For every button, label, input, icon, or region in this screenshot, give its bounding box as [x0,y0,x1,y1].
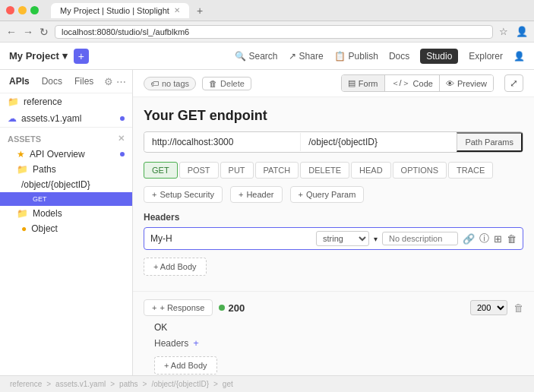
info-icon-button[interactable]: ⓘ [479,232,489,245]
search-link[interactable]: 🔍 Search [235,51,278,62]
maximize-traffic-light[interactable] [30,6,39,14]
sidebar-item-paths[interactable]: 📁 Paths [0,162,132,177]
studio-link[interactable]: Studio [420,49,458,64]
tag-icon: 🏷 [150,79,159,88]
minimize-traffic-light[interactable] [18,6,27,14]
type-select[interactable]: string integer boolean [316,231,369,246]
add-response-header-button[interactable]: + [193,337,199,349]
explorer-link[interactable]: Explorer [469,51,503,62]
delete-label: Delete [220,79,245,88]
response-code: 200 [219,302,245,314]
no-tags-button[interactable]: 🏷 no tags [144,77,196,90]
browser-tab[interactable]: My Project | Studio | Stoplight ✕ [51,3,189,18]
breadcrumb-get[interactable]: get [223,380,233,388]
refresh-button[interactable]: ↻ [39,26,49,38]
project-dropdown-icon[interactable]: ▾ [62,50,68,62]
breadcrumb-paths[interactable]: paths [119,380,137,388]
form-view-button[interactable]: ▤ Form [342,75,385,91]
response-delete-button[interactable]: 🗑 [513,302,523,314]
forward-button[interactable]: → [23,26,33,38]
models-label: Models [33,208,62,219]
code-view-button[interactable]: ＜/＞ Code [385,75,440,91]
main-content: 🏷 no tags 🗑 Delete ▤ Form ＜/＞ Code 👁 Pre [133,70,534,375]
sidebar-item-get[interactable]: GET [0,192,132,206]
object-circle-icon: ● [21,223,27,234]
sidebar-item-assets[interactable]: ☁ assets.v1.yaml [0,110,132,127]
plus-query-icon: + [299,190,303,199]
method-options[interactable]: OPTIONS [393,162,447,179]
assets-section-close-icon[interactable]: ✕ [118,134,125,144]
sidebar-tab-files[interactable]: Files [71,74,96,88]
grid-icon-button[interactable]: ⊞ [494,233,502,245]
breadcrumb-reference[interactable]: reference [10,380,42,388]
sidebar-item-models[interactable]: 📁 Models [0,206,132,221]
preview-view-button[interactable]: 👁 Preview [440,75,493,91]
app-header: My Project ▾ + 🔍 Search ↗ Share 📋 Publis… [0,43,534,70]
setup-security-button[interactable]: + Setup Security [144,186,223,203]
breadcrumb-object[interactable]: /object/{objectID} [151,380,209,388]
publish-icon: 📋 [334,51,346,62]
sidebar-item-reference[interactable]: 📁 reference [0,93,132,110]
traffic-lights [6,6,39,14]
sidebar-item-object-model[interactable]: ● Object [0,221,132,236]
add-body-button[interactable]: + Add Body [144,258,207,276]
tab-close-icon[interactable]: ✕ [174,6,180,14]
response-header: + + Response 200 200 201 400 404 500 🗑 [144,299,523,316]
description-input[interactable] [382,232,458,245]
address-bar[interactable]: localhost:8080/studio/sl_/aufblkm6 [55,25,493,39]
project-title: My Project [9,50,59,62]
publish-label: Publish [349,51,378,62]
response-headers-row: Headers + [154,337,513,349]
add-header-button[interactable]: + Header [230,186,283,203]
back-button[interactable]: ← [6,26,17,38]
path-params-button[interactable]: Path Params [457,132,523,152]
star-nav-icon[interactable]: ☆ [499,26,508,37]
method-get[interactable]: GET [144,162,178,179]
response-code-select[interactable]: 200 201 400 404 500 [470,300,507,315]
header-right: 🔍 Search ↗ Share 📋 Publish Docs Studio E… [235,49,525,64]
method-trace[interactable]: TRACE [448,162,493,179]
publish-link[interactable]: 📋 Publish [334,51,378,62]
delete-header-button[interactable]: 🗑 [507,233,517,245]
sidebar-tab-docs[interactable]: Docs [39,74,65,88]
add-response-body-button[interactable]: + Add Body [154,356,217,375]
docs-link[interactable]: Docs [389,51,409,62]
url-bar: Path Params [144,131,523,153]
form-icon: ▤ [348,78,355,88]
method-delete[interactable]: DELETE [300,162,349,179]
user-nav-icon[interactable]: 👤 [516,26,528,37]
sidebar-item-object[interactable]: /object/{objectID} [0,177,132,192]
method-patch[interactable]: PATCH [255,162,299,179]
header-name-input[interactable] [150,233,311,244]
search-label: Search [249,51,278,62]
endpoint-title: Your GET endpoint [144,108,523,124]
delete-button[interactable]: 🗑 Delete [202,77,251,90]
method-head[interactable]: HEAD [351,162,391,179]
sidebar-item-api-overview[interactable]: ★ API Overview [0,147,132,162]
get-badge: GET [29,194,51,204]
url-input[interactable] [144,133,300,151]
share-icon: ↗ [289,51,296,62]
add-query-param-button[interactable]: + Query Param [290,186,365,203]
method-post[interactable]: POST [179,162,219,179]
new-tab-button[interactable]: + [197,5,203,17]
code-label: Code [413,79,433,88]
expand-button[interactable]: ⤢ [504,74,523,92]
content-toolbar: 🏷 no tags 🗑 Delete ▤ Form ＜/＞ Code 👁 Pre [133,70,534,97]
sidebar-tab-apis[interactable]: APIs [6,74,33,88]
user-avatar[interactable]: 👤 [513,51,525,62]
no-tags-label: no tags [162,79,189,88]
link-icon-button[interactable]: 🔗 [463,233,475,245]
close-traffic-light[interactable] [6,6,14,14]
method-put[interactable]: PUT [220,162,254,179]
breadcrumb: reference > assets.v1.yaml > paths > /ob… [0,375,534,392]
sidebar-settings-icon[interactable]: ⚙ ⋯ [104,76,126,87]
plus-response-icon: + [152,303,156,312]
share-link[interactable]: ↗ Share [289,51,324,62]
add-header-label: Header [246,190,273,199]
add-response-button[interactable]: + + Response [144,299,213,316]
breadcrumb-sep-3: > [143,380,147,388]
project-add-button[interactable]: + [74,49,89,64]
breadcrumb-assets[interactable]: assets.v1.yaml [55,380,106,388]
path-input[interactable] [300,133,457,151]
